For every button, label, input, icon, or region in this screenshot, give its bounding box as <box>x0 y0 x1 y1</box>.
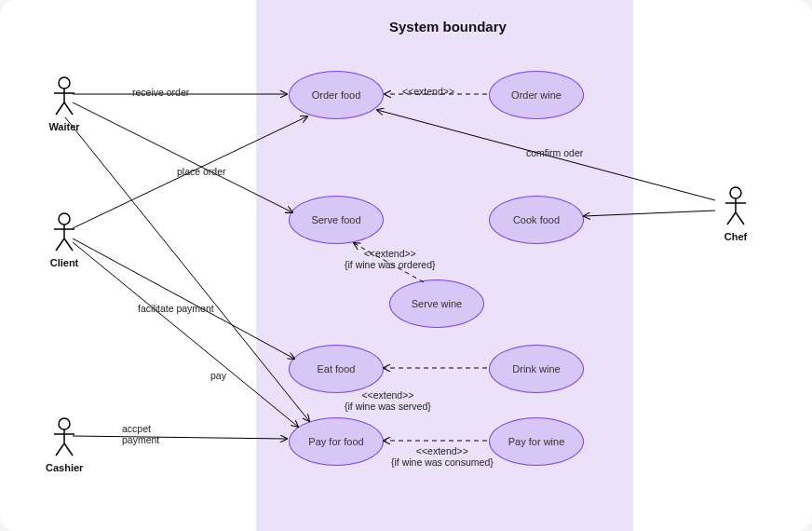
diagram-canvas: System boundary Waiter Client Ca <box>0 0 812 531</box>
usecase-label: Serve food <box>307 214 364 225</box>
actor-label: Chef <box>717 231 754 242</box>
edge-label-confirm-order: comfirm oder <box>526 147 583 158</box>
usecase-pay-food: Pay for food <box>289 417 384 466</box>
svg-line-8 <box>56 238 64 251</box>
usecase-pay-wine: Pay for wine <box>489 417 584 466</box>
actor-label: Cashier <box>46 462 83 473</box>
extend-label-order-wine: <<extend>> <box>402 86 454 97</box>
svg-point-5 <box>59 213 70 225</box>
svg-line-9 <box>64 238 73 251</box>
boundary-title: System boundary <box>389 19 507 34</box>
svg-point-10 <box>59 418 70 429</box>
usecase-serve-food: Serve food <box>289 196 384 244</box>
actor-chef: Chef <box>717 186 754 242</box>
usecase-label: Order wine <box>508 89 565 101</box>
svg-point-15 <box>730 187 741 198</box>
usecase-serve-wine: Serve wine <box>389 279 484 328</box>
svg-line-26 <box>73 436 287 439</box>
svg-line-3 <box>56 102 64 115</box>
edge-label-pay: pay <box>210 370 226 381</box>
svg-line-14 <box>64 443 73 456</box>
stickman-icon <box>725 186 746 225</box>
svg-line-19 <box>736 212 744 225</box>
svg-line-13 <box>56 443 64 456</box>
extend-label-pay-wine: <<extend>> {if wine was consumed} <box>391 445 494 468</box>
usecase-label: Order food <box>308 89 365 101</box>
actor-waiter: Waiter <box>46 76 83 132</box>
svg-line-18 <box>727 212 736 225</box>
actor-label: Client <box>46 257 83 268</box>
usecase-drink-wine: Drink wine <box>489 345 584 393</box>
edge-label-accept-payment: accpet payment <box>122 424 159 445</box>
usecase-label: Pay for food <box>304 436 367 447</box>
usecase-eat-food: Eat food <box>289 345 384 393</box>
actor-cashier: Cashier <box>46 417 83 473</box>
stickman-icon <box>54 417 74 456</box>
edge-label-receive-order: receive order <box>132 87 189 98</box>
extend-label-drink-wine: <<extend>> {if wine was served} <box>345 389 431 412</box>
edge-label-place-order: place order <box>177 166 226 177</box>
usecase-label: Serve wine <box>408 298 466 309</box>
edge-label-facilitate-payment: facilitate payment <box>138 303 214 314</box>
usecase-cook-food: Cook food <box>489 196 584 244</box>
stickman-icon <box>54 76 74 116</box>
usecase-label: Pay for wine <box>505 436 569 447</box>
actor-client: Client <box>46 212 83 268</box>
usecase-label: Eat food <box>314 363 359 374</box>
usecase-order-wine: Order wine <box>489 71 584 119</box>
svg-line-4 <box>64 102 73 115</box>
svg-point-0 <box>59 77 70 88</box>
extend-label-serve-wine: <<extend>> {if wine was ordered} <box>345 248 435 270</box>
usecase-order-food: Order food <box>289 71 384 119</box>
actor-label: Waiter <box>46 121 83 132</box>
usecase-label: Drink wine <box>508 363 563 374</box>
stickman-icon <box>54 212 74 252</box>
usecase-label: Cook food <box>509 214 563 225</box>
